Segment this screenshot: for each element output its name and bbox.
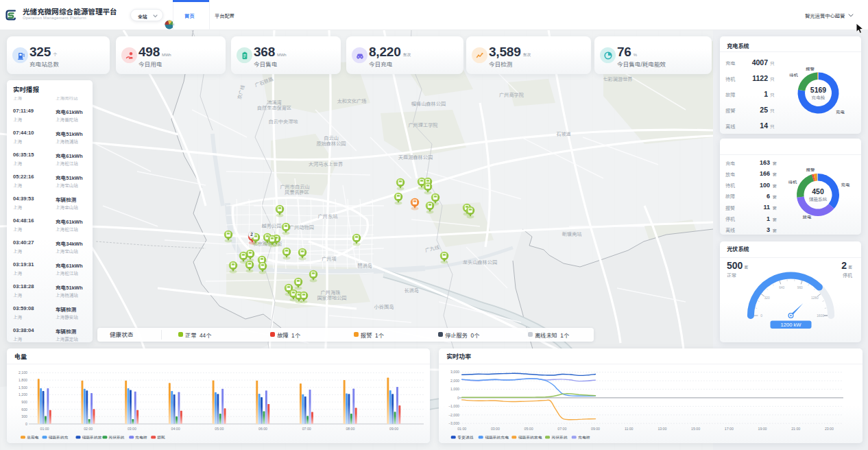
svg-text:5169: 5169 — [810, 86, 827, 94]
svg-text:白云中央湿地: 白云中央湿地 — [268, 119, 298, 125]
svg-text:放电: 放电 — [803, 215, 812, 220]
svg-text:1,800: 1,800 — [19, 378, 27, 382]
svg-text:03:00: 03:00 — [128, 427, 136, 431]
svg-text:13:00: 13:00 — [658, 427, 666, 431]
svg-text:天鹿湖森林公园: 天鹿湖森林公园 — [398, 154, 433, 161]
svg-text:石坡道: 石坡道 — [556, 131, 571, 137]
svg-text:450: 450 — [812, 187, 824, 196]
svg-text:17:00: 17:00 — [725, 427, 734, 431]
svg-text:报警: 报警 — [806, 167, 815, 172]
svg-text:1,000: 1,000 — [450, 387, 459, 391]
svg-text:越秀公园: 越秀公园 — [262, 223, 282, 229]
svg-text:1,200: 1,200 — [19, 392, 27, 396]
svg-text:报警: 报警 — [806, 67, 815, 71]
svg-text:19:00: 19:00 — [758, 427, 767, 431]
svg-text:广州商学院: 广州商学院 — [499, 92, 524, 98]
svg-text:原始森林公园: 原始森林公园 — [316, 141, 346, 147]
svg-text:05:00: 05:00 — [215, 427, 224, 431]
svg-text:充电: 充电 — [836, 110, 845, 115]
svg-text:08:00: 08:00 — [346, 427, 354, 431]
svg-text:23:00: 23:00 — [825, 427, 834, 431]
svg-text:电量: 电量 — [14, 353, 27, 360]
svg-text:专变进线: 专变进线 — [457, 435, 473, 440]
svg-text:总用电: 总用电 — [27, 435, 39, 440]
svg-text:充电枪: 充电枪 — [812, 95, 825, 100]
svg-text:−2,000: −2,000 — [448, 413, 459, 417]
svg-text:640: 640 — [779, 285, 784, 289]
svg-text:0: 0 — [25, 422, 27, 426]
svg-text:损耗: 损耗 — [157, 436, 165, 440]
svg-text:光伏系统: 光伏系统 — [551, 436, 568, 440]
svg-text:广州东站: 广州东站 — [318, 213, 338, 220]
svg-text:01:00: 01:00 — [40, 427, 49, 431]
svg-text:1600: 1600 — [817, 313, 824, 317]
svg-text:06:00: 06:00 — [258, 427, 267, 431]
svg-text:广州理工学院: 广州理工学院 — [408, 122, 437, 128]
svg-text:07:00: 07:00 — [557, 427, 566, 431]
svg-text:充电: 充电 — [841, 182, 850, 187]
svg-text:长洲岛: 长洲岛 — [404, 287, 419, 294]
svg-text:光伏系统: 光伏系统 — [108, 436, 124, 440]
svg-text:小谷围岛: 小谷围岛 — [374, 304, 394, 310]
svg-text:0: 0 — [457, 396, 459, 400]
svg-text:1280: 1280 — [811, 296, 819, 300]
svg-text:1200 kW: 1200 kW — [781, 321, 802, 327]
svg-text:充电桩: 充电桩 — [578, 435, 590, 440]
svg-text:琶洲岛: 琶洲岛 — [357, 263, 372, 269]
svg-text:自然生态保育区: 自然生态保育区 — [257, 105, 291, 111]
svg-text:2: 2 — [250, 232, 253, 237]
svg-text:1,500: 1,500 — [19, 386, 27, 390]
svg-text:广州塔: 广州塔 — [322, 256, 337, 262]
svg-text:龙头山森林公园: 龙头山森林公园 — [463, 259, 497, 265]
svg-text:帽峰山森林公园: 帽峰山森林公园 — [411, 101, 446, 107]
svg-text:21:00: 21:00 — [791, 427, 800, 431]
svg-text:09:00: 09:00 — [389, 427, 398, 431]
svg-text:2,000: 2,000 — [450, 379, 459, 383]
svg-text:3,000: 3,000 — [450, 370, 459, 374]
svg-text:−1,000: −1,000 — [448, 404, 459, 408]
svg-text:储能系统放电: 储能系统放电 — [518, 435, 542, 440]
svg-text:充电桩: 充电桩 — [135, 435, 147, 440]
svg-text:广州动物园: 广州动物园 — [289, 224, 314, 230]
svg-text:0: 0 — [760, 313, 762, 317]
svg-text:2,100: 2,100 — [19, 370, 27, 375]
svg-text:储能系统充电: 储能系统充电 — [485, 435, 509, 440]
svg-text:−3,000: −3,000 — [448, 421, 459, 425]
svg-text:02:00: 02:00 — [84, 427, 93, 431]
svg-text:太和文化广场: 太和文化广场 — [337, 98, 366, 104]
svg-text:900: 900 — [21, 400, 27, 404]
svg-text:07:00: 07:00 — [302, 427, 311, 431]
svg-text:05:00: 05:00 — [525, 427, 533, 431]
svg-text:300: 300 — [21, 414, 27, 418]
svg-text:实时功率: 实时功率 — [446, 353, 471, 360]
svg-text:01:00: 01:00 — [457, 427, 466, 431]
svg-text:储能系统放: 储能系统放 — [82, 435, 102, 440]
svg-text:储能系统充: 储能系统充 — [49, 435, 69, 440]
svg-text:04:00: 04:00 — [171, 427, 180, 431]
svg-text:03:00: 03:00 — [491, 427, 500, 431]
svg-text:320: 320 — [764, 296, 770, 300]
svg-text:待机: 待机 — [789, 73, 798, 78]
svg-text:国家湿地公园: 国家湿地公园 — [317, 295, 346, 301]
svg-text:大河马水上世界: 大河马水上世界 — [309, 161, 343, 167]
svg-text:七彩澜游世界: 七彩澜游世界 — [603, 76, 632, 82]
svg-text:600: 600 — [21, 407, 27, 412]
svg-text:储能系统: 储能系统 — [809, 196, 828, 202]
svg-text:待机: 待机 — [788, 180, 797, 185]
svg-text:960: 960 — [797, 285, 803, 289]
svg-text:09:00: 09:00 — [591, 427, 600, 431]
svg-text:11:00: 11:00 — [625, 427, 634, 431]
svg-text:风景名胜区: 风景名胜区 — [285, 189, 309, 196]
svg-text:新塘南站: 新塘南站 — [562, 231, 582, 237]
svg-text:15:00: 15:00 — [691, 427, 700, 431]
